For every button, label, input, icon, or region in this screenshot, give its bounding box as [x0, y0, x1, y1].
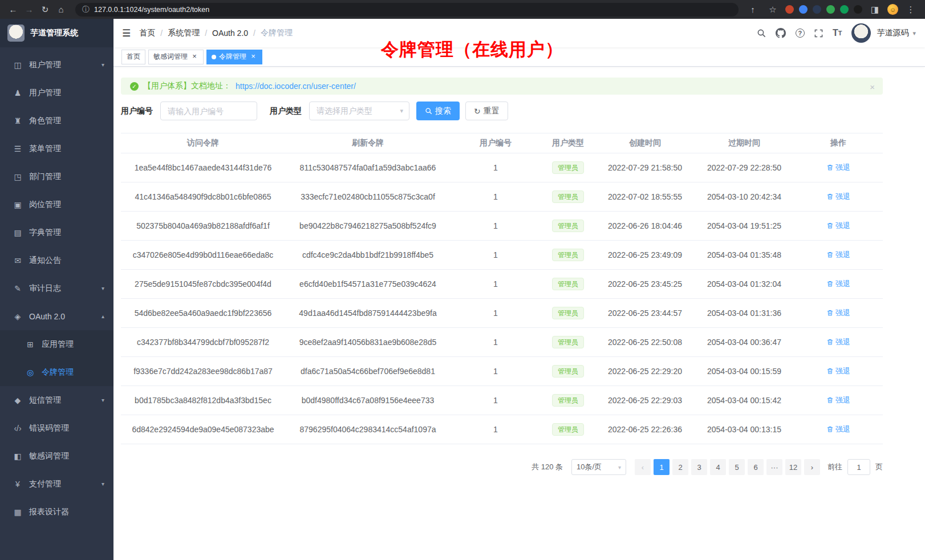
- breadcrumb-item[interactable]: 系统管理: [168, 28, 200, 38]
- force-logout-button[interactable]: 强退: [826, 337, 850, 347]
- page-button-1[interactable]: 1: [654, 459, 670, 475]
- force-logout-button[interactable]: 强退: [826, 192, 850, 202]
- tab-token[interactable]: 令牌管理 ×: [206, 50, 262, 64]
- page-button-4[interactable]: 4: [710, 459, 726, 475]
- force-logout-button[interactable]: 强退: [826, 395, 850, 405]
- force-logout-button[interactable]: 强退: [826, 221, 850, 231]
- next-page-button[interactable]: ›: [804, 459, 820, 475]
- alert-text: 【用户体系】文档地址：: [143, 81, 231, 91]
- hamburger-icon[interactable]: ☰: [113, 27, 139, 39]
- sidebar-item-sms[interactable]: ◆ 短信管理 ▾: [0, 386, 113, 414]
- reload-button[interactable]: ↻: [38, 2, 52, 17]
- page-button-3[interactable]: 3: [691, 459, 707, 475]
- tab-home[interactable]: 首页: [121, 50, 145, 64]
- pagination: 共 120 条 10条/页 ▾ ‹ 123456···12 › 前往 页: [121, 459, 883, 475]
- sidebar-item-tenant[interactable]: ◫ 租户管理 ▾: [0, 51, 113, 79]
- reset-button[interactable]: ↻ 重置: [465, 102, 508, 120]
- bookmark-star-icon[interactable]: ☆: [765, 2, 780, 17]
- home-button[interactable]: ⌂: [54, 2, 68, 17]
- force-logout-button[interactable]: 强退: [826, 250, 850, 260]
- extension-icon[interactable]: [854, 5, 862, 14]
- share-icon[interactable]: ↑: [745, 2, 760, 17]
- force-logout-button[interactable]: 强退: [826, 424, 850, 435]
- browser-menu-icon[interactable]: ⋮: [903, 2, 918, 17]
- column-header: 用户编号: [451, 133, 541, 153]
- sidebar-item-menu[interactable]: ☰ 菜单管理: [0, 135, 113, 163]
- page-button-···[interactable]: ···: [766, 459, 782, 475]
- create-time-cell: 2022-06-25 23:45:25: [595, 270, 695, 299]
- force-logout-button[interactable]: 强退: [826, 279, 850, 289]
- sidebar-item-oauth2[interactable]: ◈ OAuth 2.0 ▴: [0, 302, 113, 330]
- url-bar[interactable]: ⓘ 127.0.0.1:1024/system/oauth2/token: [75, 3, 739, 17]
- force-logout-button[interactable]: 强退: [826, 163, 850, 173]
- tab-sensitive-word[interactable]: 敏感词管理 ×: [148, 50, 204, 64]
- search-icon[interactable]: [757, 27, 766, 39]
- refresh-token-cell: 333ecfc71e02480cb11055c875c3ca0f: [285, 182, 451, 212]
- sidebar-item-token[interactable]: ◎ 令牌管理: [0, 358, 113, 386]
- extension-icon[interactable]: [813, 5, 821, 14]
- sidebar-item-app[interactable]: ⊞ 应用管理: [0, 330, 113, 358]
- breadcrumb-item: 令牌管理: [261, 28, 293, 38]
- user-type-badge: 管理员: [552, 249, 584, 261]
- breadcrumb-item[interactable]: OAuth 2.0: [212, 29, 248, 38]
- extensions-puzzle-icon[interactable]: [840, 5, 849, 14]
- forward-button[interactable]: →: [22, 2, 36, 17]
- github-icon[interactable]: [776, 27, 786, 39]
- page-button-5[interactable]: 5: [729, 459, 745, 475]
- audit-log-icon: ✎: [11, 284, 24, 293]
- force-logout-button[interactable]: 强退: [826, 366, 850, 376]
- chevron-down-icon[interactable]: ▾: [912, 30, 916, 37]
- sidebar-item-user[interactable]: ♟ 用户管理: [0, 79, 113, 107]
- extension-icon[interactable]: [785, 5, 794, 14]
- sidebar-item-sensitiveword[interactable]: ◧ 敏感词管理: [0, 442, 113, 470]
- breadcrumb-item[interactable]: 首页: [139, 28, 155, 38]
- page-content: ✓ 【用户体系】文档地址： https://doc.iocoder.cn/use…: [113, 67, 925, 560]
- sidebar-item-post[interactable]: ▣ 岗位管理: [0, 190, 113, 218]
- refresh-token-cell: 811c530487574fa0af1a59d3abc1aa66: [285, 153, 451, 182]
- create-time-cell: 2022-07-29 21:58:50: [595, 153, 695, 182]
- alert-close-icon[interactable]: ×: [870, 82, 875, 92]
- doc-link[interactable]: https://doc.iocoder.cn/user-center/: [236, 82, 356, 91]
- back-button[interactable]: ←: [6, 2, 21, 17]
- extension-icon[interactable]: [826, 5, 835, 14]
- breadcrumb-separator: /: [253, 29, 255, 38]
- prev-page-button[interactable]: ‹: [635, 459, 651, 475]
- font-size-icon[interactable]: TT: [833, 27, 842, 39]
- sidebar-item-errorcode[interactable]: ‹/› 错误码管理: [0, 414, 113, 442]
- force-logout-button[interactable]: 强退: [826, 308, 850, 318]
- expire-time-cell: 2054-03-10 20:42:34: [695, 182, 794, 212]
- dictionary-icon: ▤: [11, 228, 24, 237]
- help-icon[interactable]: ?: [796, 27, 805, 39]
- user-id-input[interactable]: [160, 102, 257, 120]
- sidebar-item-auditlog[interactable]: ✎ 审计日志 ▾: [0, 274, 113, 302]
- user-type-select[interactable]: 请选择用户类型 ▾: [309, 102, 409, 120]
- browser-profile-avatar[interactable]: ☺: [887, 4, 898, 15]
- page-button-6[interactable]: 6: [748, 459, 764, 475]
- user-avatar[interactable]: [851, 23, 871, 43]
- sidebar-item-role[interactable]: ♜ 角色管理: [0, 107, 113, 135]
- sidebar-item-notice[interactable]: ✉ 通知公告: [0, 246, 113, 274]
- page-button-2[interactable]: 2: [672, 459, 688, 475]
- page-button-12[interactable]: 12: [785, 459, 801, 475]
- user-id-cell: 1: [451, 357, 541, 386]
- search-button[interactable]: 搜索: [416, 102, 460, 120]
- tab-close-icon[interactable]: ×: [249, 53, 257, 61]
- table-row: f9336e7c7dd242a283ee98dc86b17a87 dfa6c71…: [121, 357, 883, 386]
- site-info-icon[interactable]: ⓘ: [82, 5, 90, 15]
- table-row: c347026e805e4d99b0d116eae66eda8c cdfc4ce…: [121, 241, 883, 270]
- sidebar-item-dict[interactable]: ▤ 字典管理: [0, 218, 113, 246]
- column-header: 用户类型: [541, 133, 595, 153]
- expire-time-cell: 2054-03-04 00:15:42: [695, 386, 794, 415]
- tab-close-icon[interactable]: ×: [190, 53, 198, 61]
- access-token-cell: 41c41346a548490f9dc8b01c6bfe0865: [121, 182, 285, 212]
- page-size-select[interactable]: 10条/页 ▾: [571, 459, 626, 475]
- side-panel-icon[interactable]: ◨: [867, 2, 882, 17]
- user-id-cell: 1: [451, 270, 541, 299]
- fullscreen-icon[interactable]: [814, 27, 823, 39]
- sidebar-item-pay[interactable]: ¥ 支付管理 ▾: [0, 470, 113, 498]
- sidebar-item-report[interactable]: ▦ 报表设计器: [0, 498, 113, 526]
- sidebar-item-dept[interactable]: ◳ 部门管理: [0, 163, 113, 190]
- user-id-cell: 1: [451, 386, 541, 415]
- extension-icon[interactable]: [799, 5, 808, 14]
- goto-page-input[interactable]: [847, 459, 870, 475]
